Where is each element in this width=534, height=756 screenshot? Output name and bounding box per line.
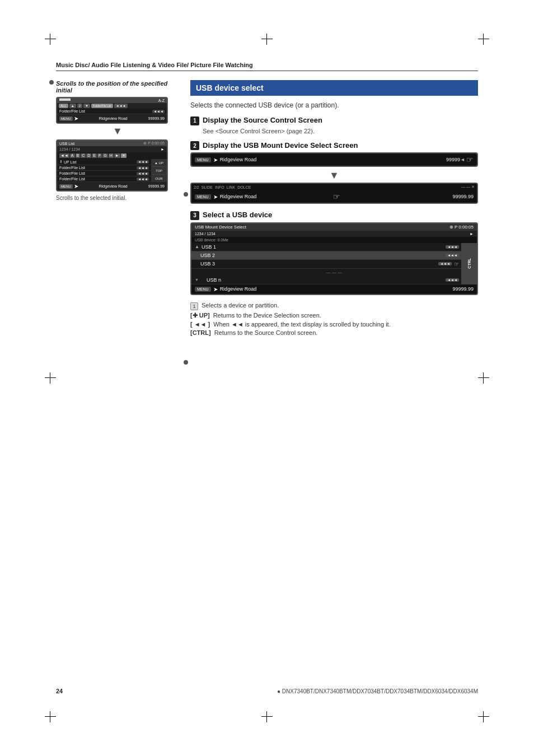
- nav-arrow: ➤: [74, 115, 78, 122]
- section-title: USB device select: [190, 80, 478, 96]
- scrolls-note: Scrolls to the selected initial.: [56, 195, 179, 201]
- usb-list-screen: USB List ⊕ P 0:00:05 1234 / 1234 ► ◄◄ A …: [56, 139, 168, 192]
- item-folder-2: Folder/File List: [59, 171, 135, 175]
- scroll-indicator: ◄◄◄: [152, 110, 165, 113]
- nav-addr: Ridgeview Road: [79, 116, 147, 120]
- dev-usb3[interactable]: USB 3: [200, 261, 436, 267]
- usb-mount-title: USB Mount Device Select: [195, 225, 246, 230]
- dev-btn-2: ◄◄◄: [446, 254, 459, 257]
- usb-nav-num: 99999.99: [148, 184, 165, 188]
- footer: 24 ● DNX7340BT/DNX7340BTM/DDX7034BT/DDX7…: [56, 690, 478, 694]
- folder-row: Folder/File List ◄◄◄: [57, 109, 167, 114]
- usb-row-n: ▼ USB n ◄◄◄: [191, 276, 477, 284]
- usb-mount-num: 99999.99: [452, 286, 474, 292]
- ds-menu[interactable]: MENU: [195, 157, 211, 162]
- menu-btn[interactable]: MENU: [59, 116, 73, 121]
- scroll-1: ◄◄◄: [137, 160, 149, 164]
- up-icon: ⬆: [59, 160, 63, 164]
- note-3: [ ◄◄ ] When ◄◄ is appeared, the text dis…: [190, 321, 478, 328]
- left-column: Scrolls to the position of the specified…: [56, 80, 179, 338]
- usb-mount-header: USB Mount Device Select ⊕ P 0:00:05: [191, 223, 477, 231]
- usb-mount-screen: USB Mount Device Select ⊕ P 0:00:05 1234…: [190, 222, 478, 295]
- page-number: 24: [56, 688, 63, 694]
- usb-mount-arrow: ➤: [213, 286, 218, 292]
- our-btn[interactable]: OUR: [151, 175, 167, 182]
- usb-menu-btn[interactable]: MENU: [59, 184, 73, 189]
- usb-mount-menu[interactable]: MENU: [195, 287, 211, 292]
- key-f[interactable]: F: [97, 153, 102, 158]
- finger-icon-3: ☞: [454, 261, 459, 267]
- key-d[interactable]: D: [86, 153, 91, 158]
- reg-mark-tr: [478, 34, 489, 45]
- key-g[interactable]: G: [102, 153, 107, 158]
- tab-rewind[interactable]: ◄◄◄: [114, 104, 128, 108]
- all-icon: ▲: [195, 244, 199, 249]
- arrow-down-2: ▼: [190, 170, 478, 180]
- dev-usbn[interactable]: USB n: [207, 277, 443, 283]
- dev-usb1[interactable]: USB 1: [202, 244, 443, 250]
- dev-btn-1: ◄◄◄: [446, 245, 459, 249]
- reg-mark-bl: [45, 711, 56, 722]
- section-intro: Selects the connected USB device (or a p…: [190, 101, 478, 109]
- key-h[interactable]: H: [109, 153, 114, 158]
- usb-mount-time: ⊕ P 0:00:05: [449, 225, 474, 230]
- usb-list-label: USB List: [59, 142, 74, 146]
- dev-btn-n: ◄◄◄: [446, 278, 459, 282]
- list-row-3: Folder/File List ◄◄◄: [57, 171, 167, 176]
- ds-menu-2[interactable]: MENU: [195, 194, 211, 199]
- step-2-num: 2: [190, 141, 199, 150]
- usb-nav-arrow: ➤: [74, 183, 78, 189]
- key-e[interactable]: E: [92, 153, 97, 158]
- tab-down[interactable]: ▼: [83, 104, 90, 108]
- dev-usb2[interactable]: USB 2: [200, 253, 443, 258]
- scroll-2: ◄◄◄: [137, 166, 149, 170]
- step-3-num: 3: [190, 211, 199, 220]
- alpha-keys: ◄◄ A B C D E F G H ► ✕: [57, 152, 167, 159]
- item-up-list: UP List: [64, 160, 135, 164]
- header-text: ▀▀▀▀: [59, 99, 71, 102]
- key-fwd[interactable]: ►: [114, 153, 120, 158]
- page-header: Music Disc/ Audio File Listening & Video…: [56, 62, 478, 71]
- list-area: ▲ UP TOP OUR ⬆ UP List ◄◄◄ Folder/File L…: [57, 159, 167, 182]
- note-1: 1 Selects a device or partition.: [190, 302, 478, 310]
- note-text-4: Returns to the Source Control screen.: [214, 329, 318, 336]
- tab-2[interactable]: 2: [77, 104, 82, 108]
- tab-up[interactable]: ▲: [69, 104, 76, 108]
- info-link: LINK: [227, 185, 236, 189]
- step2-screen-1: MENU ➤ Ridgeview Road 99999 ◄ ☞: [190, 152, 478, 167]
- note-num-1: 1: [190, 302, 198, 310]
- reg-mark-tl: [45, 34, 56, 45]
- key-x[interactable]: ✕: [121, 153, 127, 158]
- ds-num-2: 99999.99: [452, 194, 474, 199]
- track-info: 1234 / 1234: [59, 147, 80, 151]
- step-1-desc: See <Source Control Screen> (page 22).: [203, 128, 478, 134]
- note-key-ctrl: [CTRL]: [190, 329, 211, 336]
- page-model: ● DNX7340BT/DNX7340BTM/DDX7034BT/DDX7034…: [277, 688, 478, 694]
- left-bullet-1: [49, 80, 54, 85]
- reg-mark-br: [478, 711, 489, 722]
- key-c[interactable]: C: [81, 153, 86, 158]
- usb-row-2: USB 2 ◄◄◄: [191, 251, 477, 260]
- screen-tabs: ALL ▲ 2 ▼ Folder/File List ◄◄◄: [57, 103, 167, 109]
- info-slide: SLIDE: [202, 185, 213, 189]
- key-b[interactable]: B: [76, 153, 81, 158]
- key-back[interactable]: ◄◄: [59, 153, 69, 158]
- left-bullet-3: [184, 360, 188, 365]
- usb-row-3: USB 3 ◄◄◄ ☞: [191, 260, 477, 269]
- top-btn[interactable]: TOP: [151, 167, 167, 175]
- key-a[interactable]: A: [70, 153, 75, 158]
- ctrl-side-area: CTRL: [461, 243, 477, 284]
- ctrl-btn[interactable]: CTRL: [467, 258, 471, 269]
- down-icon: ▼: [195, 278, 199, 282]
- up-btn[interactable]: ▲ UP: [151, 160, 167, 167]
- list-row-4: Folder/File List ◄◄◄: [57, 176, 167, 182]
- tab-folder[interactable]: Folder/File List: [91, 104, 113, 108]
- scroll-4: ◄◄◄: [137, 178, 149, 181]
- step-3-title: Select a USB device: [203, 211, 272, 219]
- play-indicator: ►: [161, 147, 165, 151]
- list-row-2: Folder/File List ◄◄◄: [57, 165, 167, 171]
- list-row-1: ⬆ UP List ◄◄◄: [57, 159, 167, 165]
- finger-icon-1: ☞: [466, 155, 474, 164]
- tab-all[interactable]: ALL: [59, 104, 68, 108]
- ds-addr-1: Ridgeview Road: [220, 157, 446, 162]
